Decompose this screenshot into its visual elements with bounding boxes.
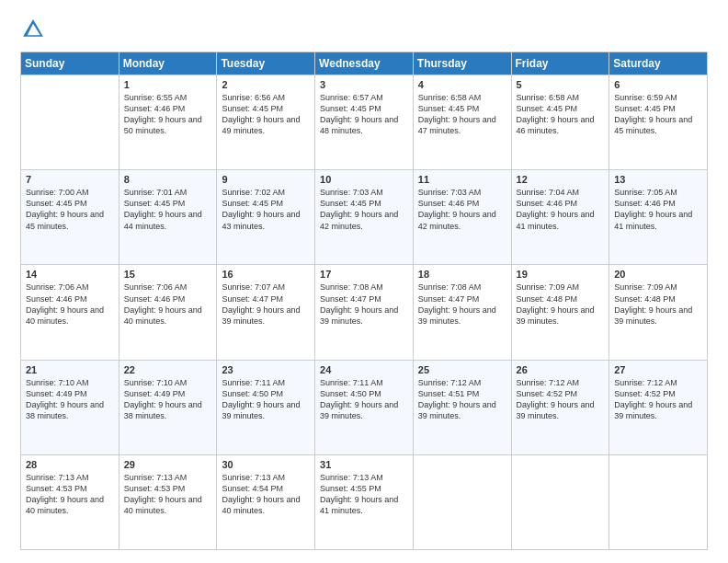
day-info: Sunrise: 7:04 AMSunset: 4:46 PMDaylight:… [517, 188, 595, 230]
day-info: Sunrise: 7:11 AMSunset: 4:50 PMDaylight:… [320, 378, 398, 420]
col-header-tuesday: Tuesday [217, 52, 315, 75]
day-cell: 11Sunrise: 7:03 AMSunset: 4:46 PMDayligh… [413, 170, 511, 265]
day-cell: 9Sunrise: 7:02 AMSunset: 4:45 PMDaylight… [217, 170, 315, 265]
day-cell: 27Sunrise: 7:12 AMSunset: 4:52 PMDayligh… [609, 360, 708, 454]
day-info: Sunrise: 7:00 AMSunset: 4:45 PMDaylight:… [26, 188, 104, 230]
day-cell: 16Sunrise: 7:07 AMSunset: 4:47 PMDayligh… [217, 265, 315, 360]
day-cell: 22Sunrise: 7:10 AMSunset: 4:49 PMDayligh… [119, 360, 217, 454]
week-row-5: 28Sunrise: 7:13 AMSunset: 4:53 PMDayligh… [21, 454, 708, 549]
day-number: 20 [614, 269, 702, 280]
day-number: 16 [222, 269, 310, 280]
day-cell: 5Sunrise: 6:58 AMSunset: 4:45 PMDaylight… [511, 75, 609, 170]
day-number: 27 [614, 364, 702, 375]
logo-icon [20, 17, 46, 42]
day-info: Sunrise: 6:57 AMSunset: 4:45 PMDaylight:… [320, 93, 398, 135]
week-row-4: 21Sunrise: 7:10 AMSunset: 4:49 PMDayligh… [21, 360, 708, 454]
day-number: 10 [320, 174, 408, 185]
day-cell: 24Sunrise: 7:11 AMSunset: 4:50 PMDayligh… [315, 360, 414, 454]
col-header-friday: Friday [511, 52, 609, 75]
day-info: Sunrise: 7:09 AMSunset: 4:48 PMDaylight:… [614, 282, 692, 325]
day-info: Sunrise: 7:11 AMSunset: 4:50 PMDaylight:… [222, 378, 300, 420]
day-number: 2 [222, 79, 310, 90]
day-info: Sunrise: 7:05 AMSunset: 4:46 PMDaylight:… [614, 188, 692, 230]
col-header-monday: Monday [119, 52, 217, 75]
day-info: Sunrise: 6:58 AMSunset: 4:45 PMDaylight:… [418, 93, 496, 135]
col-header-thursday: Thursday [413, 52, 511, 75]
day-cell [21, 75, 119, 170]
day-number: 14 [26, 269, 114, 280]
day-cell [511, 454, 609, 549]
day-number: 22 [124, 364, 212, 375]
header [20, 17, 708, 42]
day-cell: 3Sunrise: 6:57 AMSunset: 4:45 PMDaylight… [315, 75, 414, 170]
day-cell: 1Sunrise: 6:55 AMSunset: 4:46 PMDaylight… [119, 75, 217, 170]
day-number: 28 [26, 459, 114, 470]
day-number: 6 [614, 79, 702, 90]
day-cell: 29Sunrise: 7:13 AMSunset: 4:53 PMDayligh… [119, 454, 217, 549]
day-info: Sunrise: 6:59 AMSunset: 4:45 PMDaylight:… [614, 93, 692, 135]
day-info: Sunrise: 7:13 AMSunset: 4:54 PMDaylight:… [222, 473, 300, 515]
day-info: Sunrise: 7:10 AMSunset: 4:49 PMDaylight:… [26, 378, 104, 420]
day-cell: 17Sunrise: 7:08 AMSunset: 4:47 PMDayligh… [315, 265, 414, 360]
day-info: Sunrise: 6:58 AMSunset: 4:45 PMDaylight:… [517, 93, 595, 135]
calendar-table: SundayMondayTuesdayWednesdayThursdayFrid… [20, 52, 708, 550]
week-row-3: 14Sunrise: 7:06 AMSunset: 4:46 PMDayligh… [21, 265, 708, 360]
day-info: Sunrise: 7:02 AMSunset: 4:45 PMDaylight:… [222, 188, 300, 230]
day-cell: 26Sunrise: 7:12 AMSunset: 4:52 PMDayligh… [511, 360, 609, 454]
day-number: 8 [124, 174, 212, 185]
day-info: Sunrise: 7:08 AMSunset: 4:47 PMDaylight:… [418, 282, 496, 325]
day-cell: 19Sunrise: 7:09 AMSunset: 4:48 PMDayligh… [511, 265, 609, 360]
day-info: Sunrise: 7:09 AMSunset: 4:48 PMDaylight:… [517, 282, 595, 325]
day-number: 13 [614, 174, 702, 185]
day-info: Sunrise: 7:13 AMSunset: 4:53 PMDaylight:… [26, 473, 104, 515]
day-cell: 2Sunrise: 6:56 AMSunset: 4:45 PMDaylight… [217, 75, 315, 170]
day-info: Sunrise: 7:12 AMSunset: 4:52 PMDaylight:… [517, 378, 595, 420]
day-cell: 13Sunrise: 7:05 AMSunset: 4:46 PMDayligh… [609, 170, 708, 265]
calendar-header-row: SundayMondayTuesdayWednesdayThursdayFrid… [21, 52, 708, 75]
day-info: Sunrise: 7:13 AMSunset: 4:55 PMDaylight:… [320, 473, 398, 515]
day-number: 29 [124, 459, 212, 470]
day-info: Sunrise: 7:03 AMSunset: 4:45 PMDaylight:… [320, 188, 398, 230]
day-cell: 28Sunrise: 7:13 AMSunset: 4:53 PMDayligh… [21, 454, 119, 549]
day-number: 1 [124, 79, 212, 90]
day-cell [609, 454, 708, 549]
col-header-saturday: Saturday [609, 52, 708, 75]
day-cell: 14Sunrise: 7:06 AMSunset: 4:46 PMDayligh… [21, 265, 119, 360]
day-info: Sunrise: 7:06 AMSunset: 4:46 PMDaylight:… [26, 282, 104, 325]
day-cell: 4Sunrise: 6:58 AMSunset: 4:45 PMDaylight… [413, 75, 511, 170]
day-info: Sunrise: 7:01 AMSunset: 4:45 PMDaylight:… [124, 188, 202, 230]
day-cell: 23Sunrise: 7:11 AMSunset: 4:50 PMDayligh… [217, 360, 315, 454]
day-info: Sunrise: 6:55 AMSunset: 4:46 PMDaylight:… [124, 93, 202, 135]
day-info: Sunrise: 7:03 AMSunset: 4:46 PMDaylight:… [418, 188, 496, 230]
day-number: 15 [124, 269, 212, 280]
day-info: Sunrise: 7:07 AMSunset: 4:47 PMDaylight:… [222, 282, 300, 325]
day-info: Sunrise: 7:13 AMSunset: 4:53 PMDaylight:… [124, 473, 202, 515]
col-header-sunday: Sunday [21, 52, 119, 75]
day-info: Sunrise: 6:56 AMSunset: 4:45 PMDaylight:… [222, 93, 300, 135]
day-cell: 7Sunrise: 7:00 AMSunset: 4:45 PMDaylight… [21, 170, 119, 265]
day-info: Sunrise: 7:12 AMSunset: 4:51 PMDaylight:… [418, 378, 496, 420]
week-row-2: 7Sunrise: 7:00 AMSunset: 4:45 PMDaylight… [21, 170, 708, 265]
logo [20, 17, 50, 42]
col-header-wednesday: Wednesday [315, 52, 414, 75]
day-cell: 25Sunrise: 7:12 AMSunset: 4:51 PMDayligh… [413, 360, 511, 454]
day-info: Sunrise: 7:06 AMSunset: 4:46 PMDaylight:… [124, 282, 202, 325]
page: SundayMondayTuesdayWednesdayThursdayFrid… [0, 0, 728, 563]
day-cell: 10Sunrise: 7:03 AMSunset: 4:45 PMDayligh… [315, 170, 414, 265]
day-number: 4 [418, 79, 506, 90]
day-cell [413, 454, 511, 549]
day-number: 9 [222, 174, 310, 185]
day-number: 12 [517, 174, 605, 185]
day-info: Sunrise: 7:08 AMSunset: 4:47 PMDaylight:… [320, 282, 398, 325]
day-number: 23 [222, 364, 310, 375]
day-number: 26 [517, 364, 605, 375]
day-cell: 12Sunrise: 7:04 AMSunset: 4:46 PMDayligh… [511, 170, 609, 265]
day-number: 21 [26, 364, 114, 375]
day-number: 24 [320, 364, 408, 375]
day-number: 18 [418, 269, 506, 280]
week-row-1: 1Sunrise: 6:55 AMSunset: 4:46 PMDaylight… [21, 75, 708, 170]
day-cell: 6Sunrise: 6:59 AMSunset: 4:45 PMDaylight… [609, 75, 708, 170]
day-info: Sunrise: 7:10 AMSunset: 4:49 PMDaylight:… [124, 378, 202, 420]
day-cell: 8Sunrise: 7:01 AMSunset: 4:45 PMDaylight… [119, 170, 217, 265]
day-number: 17 [320, 269, 408, 280]
